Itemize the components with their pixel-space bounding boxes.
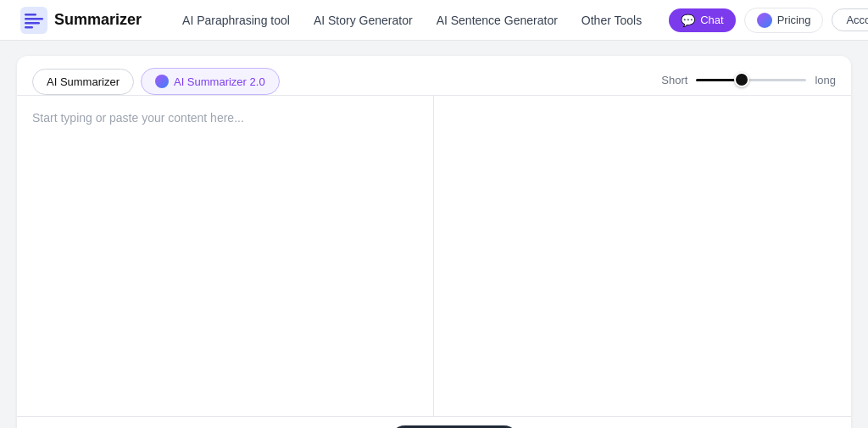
input-textarea[interactable] [17,96,433,416]
output-pane [434,96,851,416]
account-button[interactable]: Account [832,8,868,31]
tab-v1[interactable]: AI Summarizer [32,69,134,95]
pricing-button[interactable]: Pricing [744,8,824,33]
pricing-label: Pricing [777,14,811,26]
input-pane: Start typing or paste your content here.… [17,96,434,416]
chat-label: Chat [700,14,723,26]
main-area: AI Summarizer AI Summarizer 2.0 Short lo… [0,41,868,428]
logo[interactable]: Summarizer [20,7,142,34]
nav-other[interactable]: Other Tools [581,14,642,27]
chat-icon: 💬 [681,14,695,27]
chat-button[interactable]: 💬 Chat [669,8,735,32]
slider-long-label: long [815,74,836,86]
account-label: Account [846,14,868,26]
svg-rect-0 [20,7,47,34]
output-textarea[interactable] [434,96,851,416]
header-actions: 💬 Chat Pricing Account [669,8,868,33]
header: Summarizer AI Paraphrasing tool AI Story… [0,0,868,41]
pricing-icon [757,13,772,28]
nav-sentence[interactable]: AI Sentence Generator [437,14,558,27]
svg-rect-3 [25,22,40,25]
tool-container: AI Summarizer AI Summarizer 2.0 Short lo… [17,56,851,428]
nav-paraphrase[interactable]: AI Paraphrasing tool [182,14,290,27]
length-slider[interactable] [696,79,806,81]
logo-icon [20,7,47,34]
nav-story[interactable]: AI Story Generator [314,14,413,27]
v2-dot-icon [155,75,169,88]
tabs-row: AI Summarizer AI Summarizer 2.0 Short lo… [17,56,851,95]
editor-row: Start typing or paste your content here.… [17,95,851,416]
svg-rect-2 [25,18,43,20]
tab-v2[interactable]: AI Summarizer 2.0 [141,68,280,95]
svg-rect-4 [25,26,33,29]
main-nav: AI Paraphrasing tool AI Story Generator … [182,14,642,27]
logo-text: Summarizer [54,11,142,29]
slider-short-label: Short [661,74,687,86]
svg-rect-1 [25,14,36,16]
slider-area: Short long [661,74,836,90]
